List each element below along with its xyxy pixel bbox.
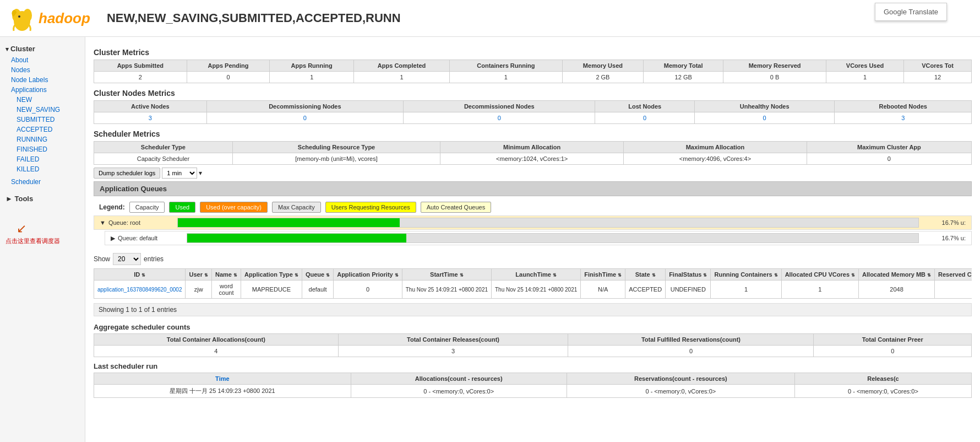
app-user: zjw	[186, 281, 212, 299]
scheduler-metrics-table: Scheduler Type Scheduling Resource Type …	[94, 141, 972, 165]
col-rebooted-nodes: Rebooted Nodes	[835, 101, 972, 112]
sidebar-item-node-labels[interactable]: Node Labels	[0, 75, 85, 85]
col-apps-submitted: Apps Submitted	[94, 60, 187, 72]
val-apps-completed: 1	[354, 72, 450, 83]
col-running-containers[interactable]: Running Containers ⇅	[711, 269, 781, 281]
col-state[interactable]: State ⇅	[625, 269, 666, 281]
col-total-fulfilled: Total Fulfilled Reservations(count)	[568, 334, 814, 346]
col-total-alloc: Total Container Allocations(count)	[94, 334, 339, 346]
cluster-nodes-row: 3 0 0 0 0 3	[94, 112, 972, 124]
scheduler-metrics-row: Capacity Scheduler [memory-mb (unit=Mi),…	[94, 153, 972, 165]
app-finish-time: N/A	[581, 281, 625, 299]
entries-toolbar: Show 20 10 25 50 100 entries	[94, 250, 972, 268]
col-launch-time[interactable]: LaunchTime ⇅	[492, 269, 581, 281]
col-name[interactable]: Name ⇅	[212, 269, 241, 281]
val-total-preer: 0	[814, 346, 972, 357]
link-active-nodes[interactable]: 3	[149, 115, 152, 121]
col-memory-reserved: Memory Reserved	[723, 60, 826, 72]
val-max-allocation: <memory:4096, vCores:4>	[624, 153, 807, 165]
col-containers-running: Containers Running	[450, 60, 563, 72]
val-max-cluster-app: 0	[807, 153, 971, 165]
legend-users: Users Requesting Resources	[325, 202, 416, 213]
sidebar-item-accepted[interactable]: ACCEPTED	[0, 125, 85, 134]
col-reservations: Reservations(count - resources)	[567, 373, 794, 385]
queue-default-fill	[187, 234, 406, 242]
link-unhealthy-nodes[interactable]: 0	[763, 115, 766, 121]
col-unhealthy-nodes: Unhealthy Nodes	[694, 101, 835, 112]
queue-root-toggle[interactable]: ▼	[100, 219, 106, 226]
sidebar-item-nodes[interactable]: Nodes	[0, 65, 85, 75]
logo: hadoop	[8, 4, 90, 32]
col-releases: Releases(c	[795, 373, 972, 385]
annotation-arrow: ↙	[0, 222, 85, 236]
sidebar-item-running[interactable]: RUNNING	[0, 134, 85, 144]
sidebar-item-scheduler[interactable]: Scheduler	[0, 177, 85, 187]
col-reserved-cpu[interactable]: Reserved CPU VCores ⇅	[935, 269, 972, 281]
val-min-allocation: <memory:1024, vCores:1>	[440, 153, 624, 165]
main-content: Cluster Metrics Apps Submitted Apps Pend…	[85, 37, 980, 442]
legend-label: Legend:	[99, 203, 125, 211]
col-apps-completed: Apps Completed	[354, 60, 450, 72]
sidebar: Cluster About Nodes Node Labels Applicat…	[0, 37, 85, 442]
col-finish-time[interactable]: FinishTime ⇅	[581, 269, 625, 281]
app-queues-header: Application Queues	[94, 181, 972, 196]
queue-root-percent: 16.7% u:	[922, 219, 966, 226]
translate-box: Google Translate	[875, 3, 947, 21]
link-lost-nodes[interactable]: 0	[643, 115, 646, 121]
col-max-cluster-app: Maximum Cluster App	[807, 142, 971, 153]
col-apps-running: Apps Running	[270, 60, 354, 72]
app-alloc-mem: 2048	[859, 281, 935, 299]
sidebar-item-about[interactable]: About	[0, 55, 85, 65]
col-alloc-cpu[interactable]: Allocated CPU VCores ⇅	[781, 269, 858, 281]
sidebar-item-killed[interactable]: KILLED	[0, 164, 85, 174]
queue-root-fill	[178, 218, 400, 227]
queue-root-row: ▼ Queue: root 16.7% u:	[94, 215, 972, 230]
dump-logs-button[interactable]: Dump scheduler logs	[94, 168, 160, 179]
queue-default-toggle[interactable]: ▶	[111, 235, 115, 242]
sidebar-item-applications[interactable]: Applications	[0, 85, 85, 95]
val-scheduler-type: Capacity Scheduler	[94, 153, 233, 165]
col-user[interactable]: User ⇅	[186, 269, 212, 281]
app-alloc-cpu: 1	[781, 281, 858, 299]
col-memory-used: Memory Used	[562, 60, 644, 72]
link-rebooted-nodes[interactable]: 3	[901, 115, 905, 121]
sidebar-item-finished[interactable]: FINISHED	[0, 144, 85, 154]
col-app-id[interactable]: ID ⇅	[94, 269, 186, 281]
dropdown-arrow-icon: ▾	[199, 169, 202, 177]
val-memory-total: 12 GB	[644, 72, 723, 83]
col-lost-nodes: Lost Nodes	[595, 101, 694, 112]
app-queue: default	[302, 281, 333, 299]
show-entries-select[interactable]: 20 10 25 50 100	[113, 253, 141, 265]
queue-root-bar	[177, 218, 919, 228]
sidebar-item-submitted[interactable]: SUBMITTED	[0, 115, 85, 125]
cluster-metrics-row: 2 0 1 1 1 2 GB 12 GB 0 B 1 12	[94, 72, 972, 83]
col-final-status[interactable]: FinalStatus ⇅	[666, 269, 711, 281]
app-launch-time: Thu Nov 25 14:09:21 +0800 2021	[492, 281, 581, 299]
col-decommissioning-nodes: Decommissioning Nodes	[206, 101, 403, 112]
applications-table: ID ⇅ User ⇅ Name ⇅ Application Type ⇅ Qu…	[94, 268, 972, 299]
legend-auto: Auto Created Queues	[421, 202, 491, 213]
sidebar-item-new-saving[interactable]: NEW_SAVING	[0, 105, 85, 115]
app-start-time: Thu Nov 25 14:09:21 +0800 2021	[402, 281, 491, 299]
tools-section-toggle[interactable]: ► Tools	[0, 192, 85, 205]
queue-root-name: Queue: root	[108, 219, 175, 226]
queue-legend: Legend: Capacity Used Used (over capacit…	[94, 199, 972, 215]
col-application-priority[interactable]: Application Priority ⇅	[334, 269, 402, 281]
app-id-link[interactable]: application_1637808499620_0002	[97, 287, 182, 293]
app-running-containers: 1	[711, 281, 781, 299]
sidebar-item-new[interactable]: NEW	[0, 95, 85, 105]
cluster-section-toggle[interactable]: Cluster	[0, 42, 85, 55]
link-decommissioned-nodes[interactable]: 0	[498, 115, 501, 121]
col-scheduling-resource-type: Scheduling Resource Type	[232, 142, 440, 153]
svg-point-2	[23, 9, 32, 22]
col-queue[interactable]: Queue ⇅	[302, 269, 333, 281]
col-start-time[interactable]: StartTime ⇅	[402, 269, 491, 281]
svg-point-4	[20, 24, 24, 31]
val-scheduling-resource-type: [memory-mb (unit=Mi), vcores]	[232, 153, 440, 165]
link-decommissioning-nodes[interactable]: 0	[303, 115, 307, 121]
col-vcores-total: VCores Tot	[904, 60, 972, 72]
log-interval-select[interactable]: 1 min 5 min 10 min	[162, 168, 197, 179]
col-alloc-mem[interactable]: Allocated Memory MB ⇅	[859, 269, 935, 281]
sidebar-item-failed[interactable]: FAILED	[0, 154, 85, 164]
col-application-type[interactable]: Application Type ⇅	[241, 269, 302, 281]
